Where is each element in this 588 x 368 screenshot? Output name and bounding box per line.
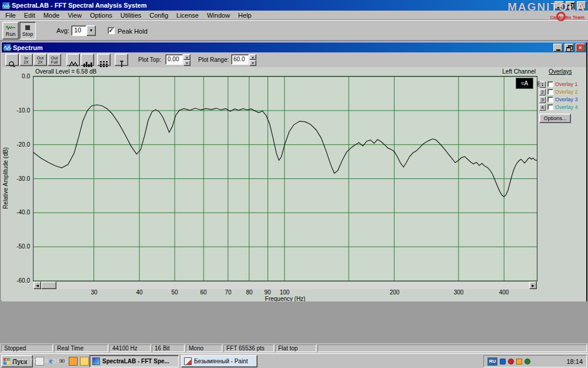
menu-item-file[interactable]: File xyxy=(1,11,20,19)
spectrum-icon xyxy=(3,44,11,51)
y-tick-label--40.0: -40.0 xyxy=(16,209,30,216)
spin-down-icon[interactable]: ▼ xyxy=(183,60,191,66)
annotation-icon[interactable]: ≈A xyxy=(516,78,533,89)
spectrum-minimize-button[interactable] xyxy=(553,44,563,52)
spin-up-icon[interactable]: ▲ xyxy=(249,54,256,60)
spectrum-close-button[interactable]: × xyxy=(576,44,585,52)
avg-dropdown-icon[interactable]: ▼ xyxy=(86,25,96,36)
close-button[interactable]: × xyxy=(577,1,586,9)
overlay-number-button-4[interactable]: 4 xyxy=(539,104,546,111)
tray-icon-yellow[interactable] xyxy=(516,359,522,364)
peak-hold-label: Peak Hold xyxy=(118,28,148,35)
y-tick-label--30.0: -30.0 xyxy=(16,175,30,182)
minimize-icon xyxy=(557,7,562,8)
menu-item-utilities[interactable]: Utilities xyxy=(116,11,145,19)
minimize-button[interactable] xyxy=(554,1,564,9)
volume-tray-icon[interactable] xyxy=(500,359,506,364)
x-tick-label-60: 60 xyxy=(200,289,206,296)
spin-up-icon[interactable]: ▲ xyxy=(183,54,191,60)
quick-launch-bar: e ✉ xyxy=(35,355,89,367)
task-button-paint[interactable]: Безымянный - Paint xyxy=(181,355,258,367)
overlays-header: Overlays xyxy=(549,68,586,75)
status-cell-empty xyxy=(318,344,587,352)
scrollbar-thumb[interactable] xyxy=(41,281,56,289)
spectrogram-button[interactable] xyxy=(97,54,111,66)
menu-item-options[interactable]: Options xyxy=(86,11,116,19)
avg-label: Avg: xyxy=(56,27,69,34)
scrollbar-track[interactable] xyxy=(56,281,529,289)
spin-down-icon[interactable]: ▼ xyxy=(249,60,256,66)
channel-label: Left Channel xyxy=(449,68,536,75)
menu-bar: FileEditModeViewOptionsUtilitiesConfigLi… xyxy=(0,11,588,20)
restore-button[interactable] xyxy=(566,1,575,9)
line-plot-button[interactable] xyxy=(66,54,80,66)
plot-horizontal-scrollbar[interactable]: ◀ ▶ xyxy=(34,281,537,289)
ie-icon[interactable]: e xyxy=(46,357,55,366)
menu-item-edit[interactable]: Edit xyxy=(20,11,39,19)
spectrum-plot-svg[interactable] xyxy=(34,77,537,281)
spectrum-restore-button[interactable] xyxy=(564,44,574,52)
start-button[interactable]: Пуск xyxy=(1,355,33,367)
zoom-out-2x-button[interactable]: Out 2X xyxy=(34,54,47,66)
plot-top-spinner[interactable]: ▲ ▼ xyxy=(183,54,191,65)
plot-top-input[interactable]: 0.00 xyxy=(165,54,183,65)
plot-range-spinner[interactable]: ▲ ▼ xyxy=(249,54,256,65)
bar-plot-button[interactable] xyxy=(81,54,94,66)
zoom-button[interactable] xyxy=(5,54,19,66)
scroll-left-icon[interactable]: ◀ xyxy=(34,281,41,289)
menu-item-view[interactable]: View xyxy=(64,11,86,19)
stop-button[interactable]: Stop xyxy=(19,22,36,39)
overlay-label-3: Overlay 3 xyxy=(555,97,578,102)
mdi-area: Spectrum × In 2X Out 2X Out Full xyxy=(0,40,588,343)
x-tick-label-30: 30 xyxy=(91,289,97,296)
status-cell-0: Stopped xyxy=(1,344,53,352)
peak-hold-checkbox[interactable]: ✓ xyxy=(108,27,115,34)
menu-item-window[interactable]: Window xyxy=(203,11,234,19)
y-tick-label--50.0: -50.0 xyxy=(16,243,30,250)
mail-icon[interactable]: ✉ xyxy=(58,357,66,366)
scroll-right-icon[interactable]: ▶ xyxy=(529,281,537,289)
run-button[interactable]: Run xyxy=(2,22,19,39)
main-title-bar[interactable]: SpectraLAB - FFT Spectral Analysis Syste… xyxy=(0,0,588,11)
plot-range-input[interactable]: 60.0 xyxy=(231,54,249,65)
menu-item-config[interactable]: Config xyxy=(145,11,172,19)
spectrum-title-bar[interactable]: Spectrum × xyxy=(2,42,586,52)
tray-icon-green[interactable] xyxy=(524,359,530,364)
overlay-number-button-3[interactable]: 3 xyxy=(539,97,546,103)
status-bar: StoppedReal Time44100 Hz16 BitMonoFFT 65… xyxy=(0,343,588,353)
overlay-checkbox-4[interactable] xyxy=(547,104,553,110)
menu-item-mode[interactable]: Mode xyxy=(39,11,64,19)
restore-icon xyxy=(566,45,572,51)
spectrum-plot[interactable]: ≈A xyxy=(33,76,537,281)
overlay-number-button-2[interactable]: 2 xyxy=(539,89,546,95)
spectrum-toolbar: In 2X Out 2X Out Full Plot Top xyxy=(2,52,586,67)
overlay-checkbox-1[interactable] xyxy=(547,81,553,87)
taskbar: Пуск e ✉ SpectraLAB - FFT Spe... Безымян… xyxy=(0,353,588,368)
overlay-rows: 1Overlay 12Overlay 23Overlay 34Overlay 4 xyxy=(539,81,586,111)
zoom-in-2x-button[interactable]: In 2X xyxy=(19,54,33,66)
window-title: SpectraLAB - FFT Spectral Analysis Syste… xyxy=(12,2,553,9)
menu-item-license[interactable]: License xyxy=(172,11,203,19)
overlay-row-3: 3Overlay 3 xyxy=(539,96,586,103)
language-indicator[interactable]: RU xyxy=(487,357,497,366)
overlay-row-4: 4Overlay 4 xyxy=(539,104,586,111)
menu-item-help[interactable]: Help xyxy=(234,11,256,19)
show-desktop-icon[interactable] xyxy=(35,357,44,366)
status-cell-6: Flat top xyxy=(275,344,316,352)
marker-button[interactable] xyxy=(115,54,128,66)
zoom-out-full-button[interactable]: Out Full xyxy=(48,54,61,66)
overall-level-readout: Overall Level = 6.58 dB xyxy=(35,68,96,75)
clock: 18:14 xyxy=(566,358,583,365)
tray-icon-red[interactable] xyxy=(508,359,514,364)
task-button-spectralab[interactable]: SpectraLAB - FFT Spe... xyxy=(89,355,179,367)
minimize-icon xyxy=(556,49,560,51)
start-label: Пуск xyxy=(12,358,27,365)
y-axis-title: Relative Amplitude (dB) xyxy=(2,134,9,223)
overlay-checkbox-3[interactable] xyxy=(547,97,553,102)
avg-combo[interactable]: 10 ▼ xyxy=(71,25,96,36)
plot-range-label: Plot Range: xyxy=(198,57,229,63)
folder-icon[interactable] xyxy=(80,357,89,366)
media-player-icon[interactable] xyxy=(69,357,78,366)
overlay-options-button[interactable]: Options... xyxy=(539,114,571,123)
overlay-checkbox-2[interactable] xyxy=(547,89,553,95)
